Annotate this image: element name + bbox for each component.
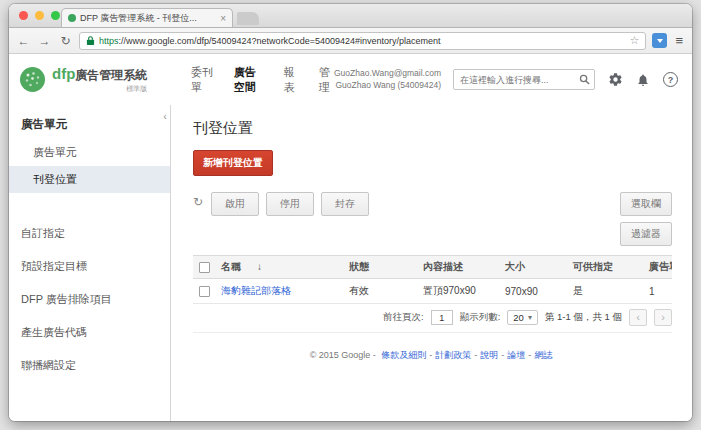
reload-icon[interactable]: ↻ — [58, 35, 73, 47]
lock-icon — [86, 35, 95, 46]
close-window-button[interactable] — [19, 11, 28, 20]
bell-icon[interactable] — [636, 73, 650, 87]
copyright-text: © 2015 Google - — [310, 350, 376, 360]
dfp-logo[interactable]: dfp廣告管理系統 標準版 — [19, 65, 177, 94]
bookmark-star-icon[interactable]: ☆ — [630, 35, 640, 46]
placements-table: 名稱↓ 狀態 內容描述 大小 可供指定 廣告單元 海豹雜記部落格 有效 置頂97… — [193, 255, 672, 304]
action-bar: ↻ 啟用 停用 封存 選取欄 過濾器 — [193, 192, 672, 246]
column-header-size: 大小 — [499, 256, 567, 279]
minimize-window-button[interactable] — [35, 11, 44, 20]
pagination-bar: 前往頁次: 顯示列數: 20▾ 第 1-1 個，共 1 個 ‹ › — [193, 304, 672, 333]
column-header-status: 狀態 — [343, 256, 417, 279]
footer: © 2015 Google - 條款及細則-計劃政策-說明-論壇-網誌 — [193, 349, 672, 362]
titlebar: DFP 廣告管理系統 - 刊登位... × — [9, 4, 692, 28]
page-title: 刊登位置 — [193, 119, 672, 138]
sort-down-icon[interactable]: ↓ — [257, 261, 262, 272]
sidebar-item-ad-units[interactable]: 廣告單元 — [9, 139, 170, 166]
sidebar-item-custom-targeting[interactable]: 自訂指定 — [9, 217, 170, 250]
footer-link-help[interactable]: 說明 — [480, 350, 498, 360]
sidebar-item-default-targeting[interactable]: 預設指定目標 — [9, 250, 170, 283]
extension-icon[interactable] — [652, 33, 667, 48]
filter-button[interactable]: 過濾器 — [620, 222, 672, 246]
sidebar-collapse-icon[interactable]: ‹ — [163, 110, 167, 122]
activate-button[interactable]: 啟用 — [211, 192, 259, 216]
help-icon[interactable]: ? — [663, 72, 678, 87]
footer-link-program-policies[interactable]: 計劃政策 — [435, 350, 471, 360]
tab-favicon-icon — [68, 14, 76, 22]
placement-size: 970x90 — [499, 279, 567, 304]
account-name: GuoZhao Wang (54009424) — [334, 80, 441, 91]
table-options: 選取欄 過濾器 — [620, 192, 672, 246]
tab-title: DFP 廣告管理系統 - 刊登位... — [80, 12, 216, 25]
rows-per-page-select[interactable]: 20▾ — [507, 310, 538, 325]
account-info: GuoZhao.Wang@gmail.com GuoZhao Wang (540… — [334, 68, 441, 91]
sidebar-section-ad-units[interactable]: 廣告單元 — [9, 109, 170, 139]
app-nav: 委刊單 廣告空間 報表 管理 — [191, 65, 334, 95]
search-box[interactable] — [453, 69, 595, 90]
gear-icon[interactable] — [608, 72, 623, 87]
prev-page-button[interactable]: ‹ — [629, 309, 647, 326]
select-all-checkbox[interactable] — [199, 262, 210, 273]
chevron-down-icon: ▾ — [528, 313, 532, 322]
search-input[interactable] — [458, 74, 579, 86]
goto-page-label: 前往頁次: — [383, 311, 424, 324]
logo-subtitle: 標準版 — [52, 84, 147, 94]
next-page-button[interactable]: › — [654, 309, 672, 326]
footer-link-blog[interactable]: 網誌 — [534, 350, 552, 360]
column-header-description: 內容描述 — [417, 256, 499, 279]
rows-per-page-label: 顯示列數: — [460, 311, 501, 324]
browser-toolbar: ← → ↻ https://www.google.com/dfp/5400942… — [9, 28, 692, 54]
new-tab-button[interactable] — [237, 12, 259, 25]
forward-icon[interactable]: → — [37, 35, 52, 47]
sidebar-item-generate-tags[interactable]: 產生廣告代碼 — [9, 316, 170, 349]
placement-targetable: 是 — [567, 279, 643, 304]
placement-name-link[interactable]: 海豹雜記部落格 — [221, 285, 291, 296]
address-bar[interactable]: https://www.google.com/dfp/54009424?netw… — [79, 32, 646, 50]
select-columns-button[interactable]: 選取欄 — [620, 192, 672, 216]
nav-item-reports[interactable]: 報表 — [284, 65, 299, 95]
dfp-logo-icon — [19, 66, 46, 93]
footer-link-terms[interactable]: 條款及細則 — [381, 350, 426, 360]
search-icon[interactable] — [579, 74, 590, 85]
table-header-row: 名稱↓ 狀態 內容描述 大小 可供指定 廣告單元 — [193, 256, 672, 279]
url-text: https://www.google.com/dfp/54009424?netw… — [99, 36, 626, 46]
back-icon[interactable]: ← — [16, 35, 31, 47]
zoom-window-button[interactable] — [51, 11, 60, 20]
placement-status: 有效 — [343, 279, 417, 304]
sidebar-item-placements[interactable]: 刊登位置 — [9, 166, 170, 193]
app-body: ‹ 廣告單元 廣告單元 刊登位置 自訂指定 預設指定目標 DFP 廣告排除項目 … — [9, 105, 692, 421]
archive-button[interactable]: 封存 — [321, 192, 369, 216]
nav-item-admin[interactable]: 管理 — [319, 65, 334, 95]
new-placement-button[interactable]: 新增刊登位置 — [193, 150, 273, 176]
sidebar: ‹ 廣告單元 廣告單元 刊登位置 自訂指定 預設指定目標 DFP 廣告排除項目 … — [9, 105, 171, 421]
goto-page-input[interactable] — [431, 310, 453, 325]
column-header-ad-units: 廣告單元 — [643, 256, 672, 279]
logo-dfp-text: dfp — [52, 65, 75, 82]
nav-item-orders[interactable]: 委刊單 — [191, 65, 214, 95]
pagination-range: 第 1-1 個，共 1 個 — [545, 311, 622, 324]
traffic-lights — [19, 11, 60, 20]
column-header-targetable: 可供指定 — [567, 256, 643, 279]
app-header: dfp廣告管理系統 標準版 委刊單 廣告空間 報表 管理 GuoZhao.Wan… — [9, 54, 692, 105]
column-header-name[interactable]: 名稱↓ — [215, 256, 343, 279]
browser-tab[interactable]: DFP 廣告管理系統 - 刊登位... × — [61, 8, 233, 27]
row-checkbox[interactable] — [199, 286, 210, 297]
deactivate-button[interactable]: 停用 — [266, 192, 314, 216]
footer-link-forum[interactable]: 論壇 — [507, 350, 525, 360]
sidebar-group: 自訂指定 預設指定目標 DFP 廣告排除項目 產生廣告代碼 聯播網設定 — [9, 217, 170, 382]
account-email: GuoZhao.Wang@gmail.com — [334, 68, 441, 79]
main-content: 刊登位置 新增刊登位置 ↻ 啟用 停用 封存 選取欄 過濾器 — [171, 105, 692, 421]
placement-description: 置頂970x90 — [417, 279, 499, 304]
logo-title-text: 廣告管理系統 — [75, 68, 147, 82]
refresh-icon[interactable]: ↻ — [193, 196, 203, 208]
nav-item-inventory[interactable]: 廣告空間 — [234, 65, 264, 95]
sidebar-item-network-settings[interactable]: 聯播網設定 — [9, 349, 170, 382]
header-icons: ? — [608, 72, 678, 87]
extension-arrow-icon — [657, 39, 663, 43]
sidebar-item-ad-exclusions[interactable]: DFP 廣告排除項目 — [9, 283, 170, 316]
browser-window: DFP 廣告管理系統 - 刊登位... × ← → ↻ https://www.… — [9, 4, 692, 421]
table-row: 海豹雜記部落格 有效 置頂970x90 970x90 是 1 — [193, 279, 672, 304]
tab-close-icon[interactable]: × — [220, 13, 226, 24]
menu-icon[interactable]: ≡ — [673, 34, 685, 47]
placement-ad-units: 1 — [643, 279, 672, 304]
